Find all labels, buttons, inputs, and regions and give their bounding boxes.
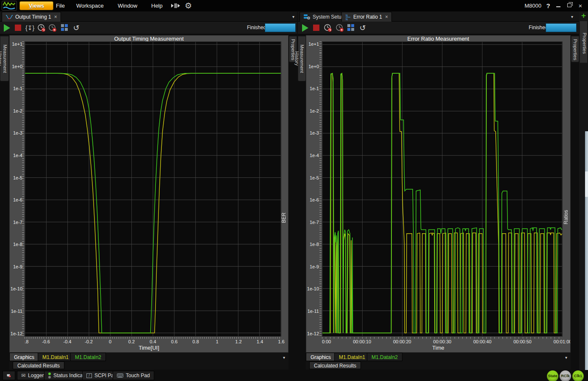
- measurement-history-tab[interactable]: Measurement History: [298, 36, 306, 81]
- dock-properties-tab[interactable]: Properties: [580, 21, 588, 63]
- logger-button[interactable]: ✉ Logger: [17, 371, 48, 380]
- y-tick-label: 1e-12: [306, 331, 319, 336]
- y-tick-label: 1e-11: [306, 309, 319, 314]
- menu-workspace[interactable]: Workspace: [72, 0, 108, 11]
- device-model-label: M8000: [524, 0, 541, 11]
- tab-calculated-results[interactable]: Calculated Results: [309, 362, 361, 369]
- tab-close-icon[interactable]: ×: [54, 14, 57, 20]
- layout-tiles-icon[interactable]: [60, 24, 69, 32]
- svg-text:N: N: [346, 14, 348, 17]
- left-document-tabbar: Output Timing 1 × ▾: [0, 11, 297, 22]
- minimize-button[interactable]: [553, 0, 563, 11]
- y-tick-label: 1e-5: [306, 175, 319, 180]
- tab-graphics[interactable]: Graphics: [9, 353, 39, 361]
- stop-button[interactable]: [14, 24, 22, 32]
- tab-m1-datain1[interactable]: M1.DataIn1: [334, 353, 370, 361]
- x-axis-tick-labels: 00:00:0000:00:1000:00:2000:00:3000:00:40…: [322, 339, 570, 345]
- app-logo[interactable]: [2, 1, 17, 11]
- measurement-history-tab[interactable]: Measurement History: [0, 36, 9, 81]
- y-tick-label: 1e-10: [10, 286, 22, 291]
- menu-file[interactable]: File: [52, 0, 69, 11]
- timer-stop-icon[interactable]: [48, 24, 57, 32]
- y-tick-label: 1e-6: [306, 197, 319, 202]
- restore-button[interactable]: [564, 0, 574, 11]
- x-tick-label: 00:00:50: [508, 339, 537, 344]
- add-view-icon[interactable]: +: [580, 12, 587, 19]
- y-tick-label: 1e+1: [306, 41, 319, 47]
- y-tick-label: 1e-12: [10, 331, 22, 336]
- rclk-indicator[interactable]: RClk: [560, 370, 571, 381]
- tab-m1-datain2[interactable]: M1.DataIn2: [70, 353, 106, 361]
- menu-help[interactable]: Help: [147, 0, 167, 11]
- touch-pad-label: Touch Pad: [126, 373, 150, 378]
- tab-calculated-results[interactable]: Calculated Results: [13, 362, 64, 369]
- help-button[interactable]: ?: [545, 0, 552, 11]
- right-measurement-toolbar: ↺ Finished: [298, 22, 579, 34]
- bathtub-curve-icon: [6, 14, 13, 19]
- chart-title: Error Ratio Measurement: [306, 36, 570, 41]
- status-indicator-icon: [48, 373, 51, 378]
- tab-label: Error Ratio 1: [353, 14, 382, 20]
- y-axis-title: Ratios: [563, 210, 569, 224]
- layout-split-icon[interactable]: [170, 2, 180, 10]
- x-axis-title: Time: [306, 345, 570, 351]
- y-tick-label: 1e-11: [10, 309, 22, 314]
- timer-stop-icon[interactable]: [336, 24, 344, 32]
- tab-label: System Setup: [313, 14, 344, 20]
- tab-error-ratio-1[interactable]: N N Error Ratio 1 ×: [341, 12, 392, 22]
- error-ratio-fraction-icon: N N: [345, 14, 351, 20]
- result-tabs-dropdown-icon[interactable]: ▾: [283, 355, 285, 360]
- run-button[interactable]: [3, 24, 11, 32]
- y-tick-label: 1e-6: [10, 197, 22, 202]
- x-tick-label: 00:00:30: [427, 339, 457, 344]
- left-result-tabbar: Graphics M1.DataIn1 M1.DataIn2 ▾: [9, 353, 288, 362]
- tab-label: Output Timing 1: [15, 14, 51, 20]
- timer-restart-icon[interactable]: [324, 24, 332, 32]
- close-button[interactable]: ×: [575, 0, 585, 11]
- result-tabs-dropdown-icon[interactable]: ▾: [565, 355, 567, 360]
- tab-m1-datain2[interactable]: M1.DataIn2: [367, 353, 402, 361]
- insert-parameters-icon[interactable]: {↧}: [25, 24, 34, 32]
- right-document-tabbar: System Setup N N Error Ratio 1 × ▾: [298, 11, 579, 22]
- views-button[interactable]: Views: [19, 1, 53, 10]
- x-tick-label: 00:00:10: [347, 339, 377, 344]
- layout-tiles-icon[interactable]: [347, 24, 355, 32]
- output-timing-plot-area[interactable]: [25, 41, 281, 337]
- tab-list-dropdown-icon[interactable]: ▾: [292, 14, 294, 19]
- y-tick-label: 1e-9: [306, 264, 319, 269]
- keyboard-icon: [117, 373, 123, 378]
- y-tick-label: 1e-1: [306, 86, 319, 91]
- tab-list-dropdown-icon[interactable]: ▾: [571, 14, 573, 19]
- left-measurement-toolbar: {↧} ↺ Finished: [0, 22, 297, 34]
- y-tick-label: 1e-2: [306, 108, 319, 113]
- monitor-disconnected-icon: [7, 372, 11, 379]
- clk1-indicator[interactable]: Clk1: [572, 370, 584, 381]
- tab-output-timing-1[interactable]: Output Timing 1 ×: [2, 12, 61, 22]
- y-axis-minor-ticks: [319, 41, 322, 337]
- scrollbar-thumb[interactable]: [585, 171, 588, 197]
- tab-system-setup[interactable]: System Setup: [300, 12, 348, 22]
- state-indicator[interactable]: State: [547, 370, 558, 381]
- remote-display-button[interactable]: [3, 371, 15, 380]
- run-button[interactable]: [301, 24, 309, 32]
- y-axis-tick-labels: 1e+11e+01e-11e-21e-31e-41e-51e-61e-71e-8…: [306, 36, 320, 353]
- y-tick-label: 1e+1: [10, 41, 22, 47]
- y-tick-label: 1e-8: [10, 242, 22, 247]
- left-results-row: Calculated Results: [9, 362, 288, 370]
- y-tick-label: 1e-8: [306, 242, 319, 247]
- stop-button[interactable]: [312, 24, 320, 32]
- x-axis-minor-ticks: [25, 337, 281, 339]
- touch-pad-button[interactable]: Touch Pad: [113, 371, 154, 380]
- reset-icon[interactable]: ↺: [72, 24, 80, 32]
- properties-tab[interactable]: Properties: [571, 36, 579, 62]
- reset-icon[interactable]: ↺: [358, 24, 367, 32]
- vertical-scrollbar[interactable]: [585, 131, 588, 381]
- timer-restart-icon[interactable]: [37, 24, 46, 32]
- views-label: iews: [32, 3, 44, 9]
- error-ratio-plot-area[interactable]: [322, 41, 563, 337]
- menu-window[interactable]: Window: [114, 0, 141, 11]
- tab-graphics[interactable]: Graphics: [306, 353, 336, 361]
- tab-m1-datain1[interactable]: M1.DataIn1: [38, 353, 73, 361]
- settings-gear-icon[interactable]: ⚙: [185, 2, 192, 10]
- tab-close-icon[interactable]: ×: [385, 14, 388, 20]
